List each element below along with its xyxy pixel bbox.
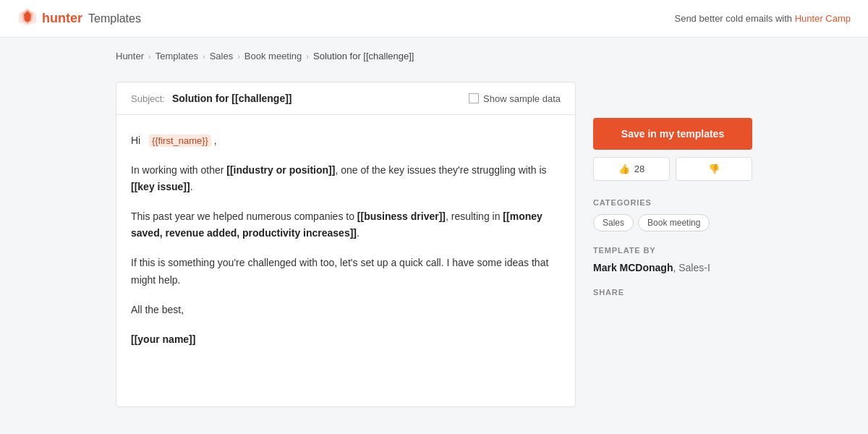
template-author-name: Mark MCDonagh <box>593 262 673 273</box>
hunter-icon <box>17 7 38 31</box>
template-by-title: TEMPLATE BY <box>593 246 752 255</box>
email-subject-row: Subject: Solution for [[challenge]] Show… <box>116 82 575 115</box>
header-promo: Send better cold emails with Hunter Camp <box>674 13 851 24</box>
key-issue-variable: [[key issue]] <box>131 181 190 192</box>
category-tag-sales[interactable]: Sales <box>593 214 634 231</box>
first-name-variable: {{first_name}} <box>149 135 211 147</box>
category-tag-book-meeting[interactable]: Book meeting <box>638 214 710 231</box>
share-title: SHARE <box>593 288 752 297</box>
save-templates-button[interactable]: Save in my templates <box>593 118 752 150</box>
breadcrumb-bar: Hunter › Templates › Sales › Book meetin… <box>0 38 868 75</box>
breadcrumb-sep-3: › <box>237 52 240 61</box>
hunter-logo: hunter <box>17 7 82 31</box>
email-body: Hi {{first_name}} , In working with othe… <box>116 115 575 365</box>
thumbs-up-icon: 👍 <box>618 163 630 174</box>
your-name-variable: [[your name]] <box>131 333 195 345</box>
business-driver-variable: [[business driver]] <box>357 210 446 222</box>
breadcrumb-book-meeting[interactable]: Book meeting <box>244 51 302 61</box>
subject-label: Subject: <box>131 93 165 104</box>
reaction-row: 👍 28 👎 <box>593 157 752 181</box>
breadcrumb-sep-4: › <box>306 52 309 61</box>
sidebar: Save in my templates 👍 28 👎 CATEGORIES S… <box>593 82 752 407</box>
categories-tags: Sales Book meeting <box>593 214 752 231</box>
thumbs-down-icon: 👎 <box>708 163 720 174</box>
show-sample-checkbox[interactable] <box>469 93 479 103</box>
breadcrumb: Hunter › Templates › Sales › Book meetin… <box>116 51 752 61</box>
email-card: Subject: Solution for [[challenge]] Show… <box>116 82 576 407</box>
share-section: SHARE <box>593 288 752 304</box>
main-container: Subject: Solution for [[challenge]] Show… <box>0 75 868 434</box>
greeting-hi: Hi <box>131 135 140 146</box>
categories-section: CATEGORIES Sales Book meeting <box>593 198 752 231</box>
header-templates-label: Templates <box>88 12 141 25</box>
money-saved-variable: [[money saved, revenue added, productivi… <box>131 210 542 239</box>
email-signature: [[your name]] <box>131 331 561 348</box>
breadcrumb-sep-1: › <box>148 52 151 61</box>
like-button[interactable]: 👍 28 <box>593 157 670 181</box>
header: hunter Templates Send better cold emails… <box>0 0 868 38</box>
categories-title: CATEGORIES <box>593 198 752 207</box>
breadcrumb-templates[interactable]: Templates <box>156 51 198 61</box>
promo-link[interactable]: Hunter Camp <box>795 13 851 24</box>
breadcrumb-sales[interactable]: Sales <box>210 51 234 61</box>
dislike-button[interactable]: 👎 <box>676 157 752 181</box>
email-paragraph-3: If this is something you're challenged w… <box>131 255 561 288</box>
template-by-info: Mark MCDonagh, Sales-I <box>593 262 752 273</box>
promo-text: Send better cold emails with <box>674 13 794 24</box>
industry-variable: [[industry or position]] <box>226 164 335 176</box>
greeting-comma: , <box>214 135 217 146</box>
breadcrumb-sep-2: › <box>203 52 205 61</box>
email-paragraph-2: This past year we helped numerous compan… <box>131 208 561 242</box>
like-count: 28 <box>634 163 644 174</box>
email-paragraph-1: In working with other [[industry or posi… <box>131 162 561 195</box>
email-greeting: Hi {{first_name}} , <box>131 132 561 149</box>
template-by-section: TEMPLATE BY Mark MCDonagh, Sales-I <box>593 246 752 273</box>
subject-value: Solution for [[challenge]] <box>172 93 292 104</box>
breadcrumb-current: Solution for [[challenge]] <box>313 51 414 61</box>
email-closing: All the best, <box>131 302 561 318</box>
breadcrumb-hunter[interactable]: Hunter <box>116 51 144 61</box>
sample-data-area: Show sample data <box>469 93 561 104</box>
header-left: hunter Templates <box>17 7 141 31</box>
subject-area: Subject: Solution for [[challenge]] <box>131 93 292 104</box>
template-author-role: , Sales-I <box>673 262 710 273</box>
brand-name: hunter <box>42 11 82 26</box>
show-sample-label: Show sample data <box>483 93 561 104</box>
